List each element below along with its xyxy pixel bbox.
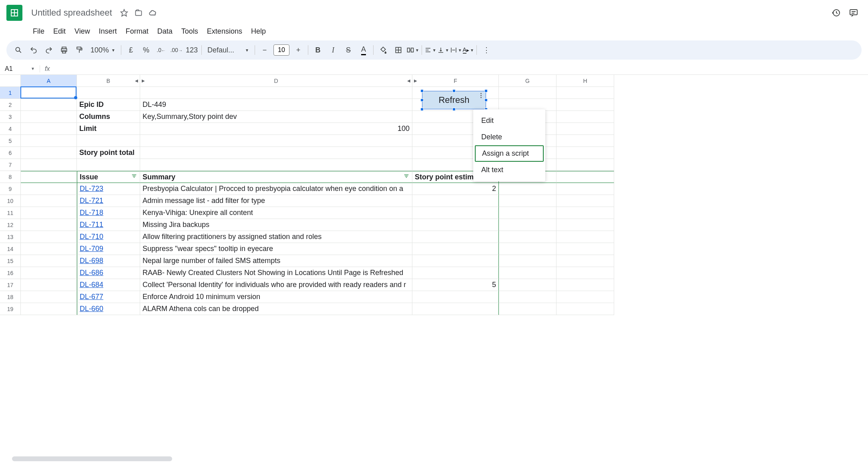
menu-view[interactable]: View <box>70 26 94 37</box>
issue-link[interactable]: DL-686 <box>77 267 140 279</box>
issue-link[interactable]: DL-684 <box>77 279 140 291</box>
cell[interactable]: Epic ID <box>77 99 140 111</box>
name-box[interactable]: A1 ▼ <box>0 65 40 72</box>
cell[interactable] <box>412 267 499 279</box>
issue-link[interactable]: DL-710 <box>77 231 140 243</box>
row-header[interactable]: 14 <box>0 243 21 255</box>
cell[interactable]: Allow filtering practitioners by assigne… <box>140 231 412 243</box>
cell[interactable] <box>557 87 614 99</box>
cell[interactable]: Enforce Android 10 minimum version <box>140 291 412 303</box>
resize-handle[interactable] <box>420 98 424 102</box>
row-header[interactable]: 10 <box>0 195 21 207</box>
select-all-corner[interactable] <box>0 75 21 87</box>
cell[interactable] <box>21 159 77 171</box>
cell[interactable] <box>499 267 557 279</box>
cell[interactable]: Story point total <box>77 147 140 159</box>
star-icon[interactable] <box>119 8 129 18</box>
issue-link[interactable]: DL-709 <box>77 243 140 255</box>
cell[interactable]: Kenya-Vihiga: Unexpire all content <box>140 207 412 219</box>
cell[interactable] <box>557 279 614 291</box>
cell[interactable] <box>557 135 614 147</box>
menu-file[interactable]: File <box>29 26 48 37</box>
decrease-decimal-button[interactable]: .0← <box>154 43 169 57</box>
cell[interactable] <box>21 87 77 99</box>
cell[interactable] <box>21 303 77 315</box>
ctx-delete[interactable]: Delete <box>473 129 545 145</box>
row-header[interactable]: 18 <box>0 291 21 303</box>
filter-icon[interactable] <box>131 173 137 181</box>
menu-insert[interactable]: Insert <box>95 26 121 37</box>
cell[interactable] <box>21 279 77 291</box>
cell[interactable] <box>499 279 557 291</box>
issue-link[interactable]: DL-660 <box>77 303 140 315</box>
cell[interactable] <box>21 195 77 207</box>
cell[interactable]: Nepal large number of failed SMS attempt… <box>140 255 412 267</box>
cell[interactable] <box>412 219 499 231</box>
ctx-alt-text[interactable]: Alt text <box>473 162 545 178</box>
cell[interactable] <box>77 159 140 171</box>
resize-handle[interactable] <box>420 108 424 111</box>
cell[interactable] <box>412 231 499 243</box>
row-header[interactable]: 16 <box>0 267 21 279</box>
row-header[interactable]: 6 <box>0 147 21 159</box>
cell[interactable]: 100 <box>140 123 412 135</box>
issue-link[interactable]: DL-698 <box>77 255 140 267</box>
row-header[interactable]: 17 <box>0 279 21 291</box>
menu-format[interactable]: Format <box>122 26 153 37</box>
cell[interactable] <box>21 243 77 255</box>
cell[interactable] <box>499 255 557 267</box>
cell[interactable] <box>412 243 499 255</box>
cell[interactable]: ALARM Athena cols can be dropped <box>140 303 412 315</box>
cell[interactable] <box>412 303 499 315</box>
resize-handle[interactable] <box>452 89 456 92</box>
row-header[interactable]: 2 <box>0 99 21 111</box>
ctx-assign-script[interactable]: Assign a script <box>475 145 544 162</box>
cell[interactable] <box>21 291 77 303</box>
italic-button[interactable]: I <box>326 43 340 57</box>
filter-icon[interactable] <box>403 173 410 181</box>
cell[interactable]: Columns <box>77 111 140 123</box>
cell[interactable] <box>21 99 77 111</box>
zoom-dropdown[interactable]: 100%▼ <box>87 46 119 54</box>
expand-icon[interactable]: ◀ <box>135 78 138 83</box>
strikethrough-button[interactable]: S <box>341 43 356 57</box>
issue-link[interactable]: DL-718 <box>77 207 140 219</box>
col-header-b[interactable]: B◀ <box>77 75 140 86</box>
cell[interactable]: DL-449 <box>140 99 412 111</box>
issue-link[interactable]: DL-677 <box>77 291 140 303</box>
resize-handle[interactable] <box>484 98 488 102</box>
document-title[interactable]: Untitled spreadsheet <box>29 7 115 19</box>
row-header[interactable]: 4 <box>0 123 21 135</box>
cell[interactable] <box>499 207 557 219</box>
issue-link[interactable]: DL-721 <box>77 195 140 207</box>
cell[interactable] <box>140 147 412 159</box>
cell[interactable] <box>557 123 614 135</box>
row-header[interactable]: 1 <box>0 87 21 99</box>
wrap-dropdown[interactable]: ▼ <box>450 46 462 54</box>
cell[interactable] <box>557 267 614 279</box>
menu-edit[interactable]: Edit <box>49 26 70 37</box>
expand-icon[interactable]: ▶ <box>142 78 145 83</box>
text-color-button[interactable]: A <box>356 43 371 57</box>
col-header-h[interactable]: H <box>557 75 614 86</box>
history-icon[interactable] <box>831 8 841 18</box>
cell[interactable] <box>499 291 557 303</box>
cell[interactable] <box>412 195 499 207</box>
issue-link[interactable]: DL-711 <box>77 219 140 231</box>
cell-header-issue[interactable]: Issue <box>77 171 140 183</box>
cell[interactable] <box>412 291 499 303</box>
decrease-font-button[interactable]: − <box>257 43 272 57</box>
percent-button[interactable]: % <box>139 43 153 57</box>
bold-button[interactable]: B <box>311 43 325 57</box>
resize-handle[interactable] <box>452 108 456 111</box>
cell[interactable] <box>140 87 412 99</box>
fill-color-button[interactable] <box>376 43 390 57</box>
cell[interactable] <box>140 159 412 171</box>
cell[interactable] <box>21 111 77 123</box>
font-dropdown[interactable]: Defaul...▼ <box>204 46 252 54</box>
col-header-d[interactable]: ▶D◀ <box>140 75 412 86</box>
cell[interactable] <box>21 255 77 267</box>
comment-icon[interactable] <box>849 8 858 18</box>
cell[interactable] <box>499 195 557 207</box>
row-header[interactable]: 8 <box>0 171 21 183</box>
